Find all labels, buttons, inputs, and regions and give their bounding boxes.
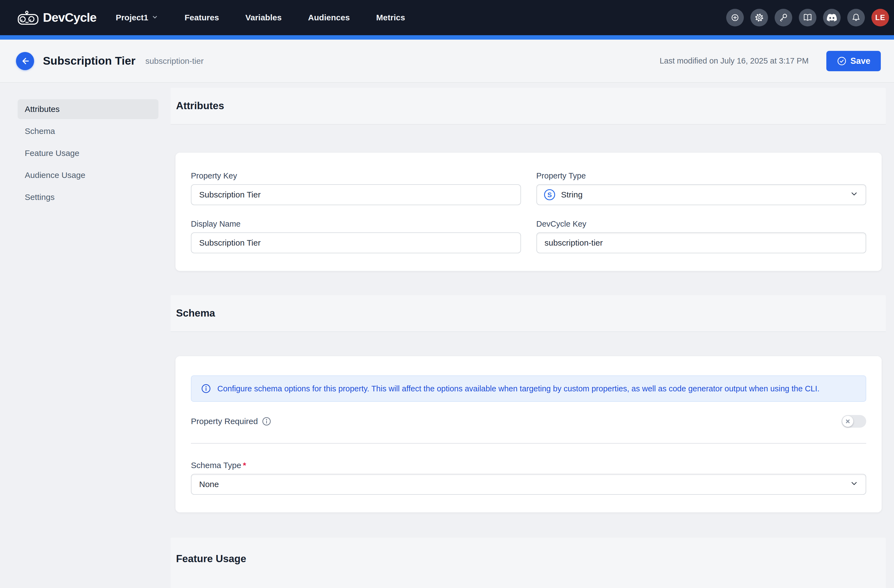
sidebar-item-audience-usage[interactable]: Audience Usage [18, 165, 159, 185]
page-title: Subscription Tier [43, 54, 135, 67]
project-selector-label: Project1 [116, 13, 148, 22]
primary-nav: Project1 Features Variables Audiences Me… [116, 13, 405, 22]
schema-type-label: Schema Type* [191, 461, 866, 470]
property-type-label: Property Type [536, 171, 867, 180]
section-sidebar: Attributes Schema Feature Usage Audience… [18, 99, 159, 209]
svg-text:S: S [547, 191, 551, 199]
property-required-toggle[interactable] [841, 415, 866, 428]
schema-type-label-text: Schema Type [191, 461, 241, 470]
schema-type-select[interactable]: None [191, 474, 866, 495]
api-key-button[interactable] [775, 9, 792, 26]
info-icon[interactable] [261, 416, 272, 426]
devcycle-robot-icon [18, 11, 39, 25]
save-button-label: Save [850, 56, 870, 66]
nav-item-variables[interactable]: Variables [245, 13, 282, 22]
last-modified-text: Last modified on July 16, 2025 at 3:17 P… [660, 56, 809, 65]
display-name-input[interactable] [191, 232, 521, 253]
property-key-input[interactable] [191, 184, 521, 205]
property-required-label: Property Required [191, 417, 258, 426]
property-type-select[interactable]: S String [536, 184, 867, 205]
accent-bar [0, 35, 894, 39]
schema-info-banner: Configure schema options for this proper… [191, 375, 866, 402]
divider [191, 443, 866, 443]
nav-item-audiences[interactable]: Audiences [308, 13, 350, 22]
schema-info-text: Configure schema options for this proper… [217, 384, 820, 393]
info-icon [201, 383, 211, 394]
feature-usage-section-header: Feature Usage [171, 538, 886, 588]
top-navbar: DevCycle Project1 Features Variables Aud… [0, 0, 894, 35]
user-avatar[interactable]: LE [871, 9, 889, 26]
project-selector[interactable]: Project1 [116, 13, 158, 22]
page-header: Subscription Tier subscription-tier Last… [0, 39, 894, 83]
schema-heading: Schema [176, 308, 215, 319]
save-button[interactable]: Save [826, 51, 881, 71]
navbar-actions: LE [726, 9, 889, 26]
schema-section-header: Schema [171, 295, 886, 332]
property-type-value: String [561, 190, 583, 199]
sidebar-item-attributes[interactable]: Attributes [18, 99, 159, 119]
attributes-card: Property Key Property Type S String [175, 153, 882, 271]
page-body: Attributes Schema Feature Usage Audience… [0, 83, 894, 588]
sidebar-item-schema[interactable]: Schema [18, 121, 159, 141]
sidebar-item-settings[interactable]: Settings [18, 187, 159, 207]
back-button[interactable] [16, 52, 34, 70]
devcycle-logo[interactable]: DevCycle [18, 11, 97, 25]
docs-book-button[interactable] [799, 9, 816, 26]
devcycle-key-label: DevCycle Key [536, 220, 867, 229]
add-button[interactable] [726, 9, 744, 26]
toggle-knob-off [842, 416, 853, 427]
attributes-heading: Attributes [176, 100, 224, 112]
page-key: subscription-tier [145, 56, 204, 66]
nav-item-features[interactable]: Features [184, 13, 219, 22]
feature-usage-heading: Feature Usage [176, 553, 246, 565]
property-key-field: Property Key [191, 171, 521, 205]
devcycle-key-input[interactable] [536, 232, 867, 253]
check-circle-icon [837, 56, 847, 66]
property-key-label: Property Key [191, 171, 521, 180]
chevron-down-icon [152, 13, 158, 22]
notifications-bell-button[interactable] [847, 9, 865, 26]
schema-card: Configure schema options for this proper… [175, 356, 882, 513]
discord-button[interactable] [823, 9, 841, 26]
display-name-label: Display Name [191, 220, 521, 229]
property-type-field: Property Type S String [536, 171, 867, 205]
settings-gear-button[interactable] [751, 9, 768, 26]
display-name-field: Display Name [191, 220, 521, 253]
schema-type-value: None [199, 479, 219, 489]
string-type-icon: S [544, 188, 556, 201]
property-required-row: Property Required [191, 415, 866, 428]
nav-item-metrics[interactable]: Metrics [376, 13, 405, 22]
brand-name: DevCycle [43, 11, 97, 25]
sidebar-item-feature-usage[interactable]: Feature Usage [18, 143, 159, 163]
main-column: Attributes Property Key Property Type S … [171, 83, 886, 588]
required-asterisk: * [243, 461, 246, 470]
chevron-down-icon [850, 190, 859, 200]
attributes-section-header: Attributes [171, 88, 886, 125]
chevron-down-icon [850, 479, 859, 490]
devcycle-key-field: DevCycle Key [536, 220, 867, 253]
